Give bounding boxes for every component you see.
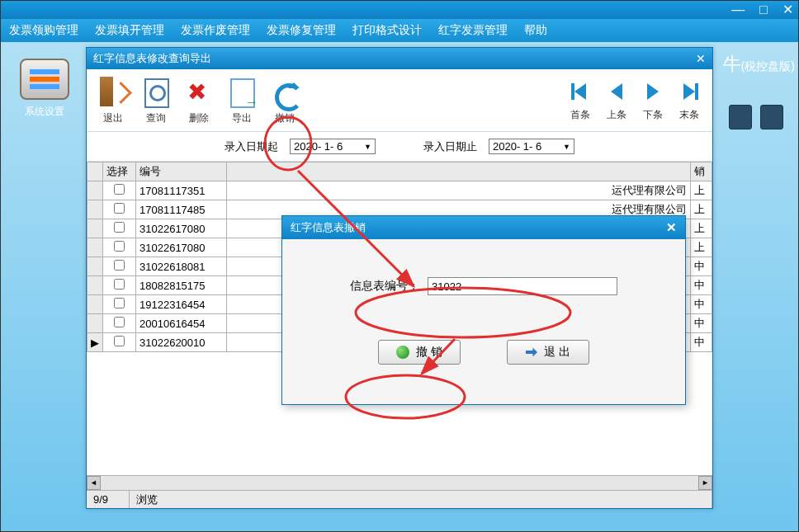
last-button[interactable]: 末条 [671,78,707,122]
cell-select[interactable] [103,238,136,257]
globe-icon [396,346,409,359]
table-row[interactable]: 17081117351运代理有限公司上 [87,181,712,200]
scroll-left-button[interactable]: ◄ [87,476,101,490]
confirm-revoke-button[interactable]: 撤 销 [378,340,461,365]
col-sell: 销 [691,162,712,181]
cell-code: 18082815175 [136,276,227,295]
cell-code: 31022617080 [136,219,227,238]
col-code: 编号 [136,162,227,181]
cell-r: 中 [691,257,712,276]
chevron-down-icon: ▼ [563,143,570,151]
row-checkbox[interactable] [114,260,125,271]
dialog-title-bar: 红字信息表撤销 ✕ [282,216,685,239]
maximize-button[interactable]: □ [759,3,768,16]
cell-code: 17081117351 [136,181,227,200]
first-button[interactable]: 首条 [562,78,598,122]
filter-row: 录入日期起 2020- 1- 6▼ 录入日期止 2020- 1- 6▼ [87,132,712,162]
menu-item[interactable]: 发票填开管理 [95,23,164,38]
menu-item[interactable]: 发票领购管理 [9,23,78,38]
cell-select[interactable] [103,181,136,200]
date-to-label: 录入日期止 [423,139,477,154]
revoke-dialog: 红字信息表撤销 ✕ 信息表编号： 撤 销 退 出 [281,215,686,405]
cell-select[interactable] [103,333,136,352]
menu-item[interactable]: 发票作废管理 [181,23,250,38]
row-header [87,295,103,314]
row-header [87,314,103,333]
settings-icon[interactable] [20,59,69,100]
chevron-down-icon: ▼ [364,143,371,151]
scroll-right-button[interactable]: ► [698,476,712,490]
row-checkbox[interactable] [114,279,125,290]
h-scrollbar[interactable]: ◄ ► [87,475,712,490]
edition-label: 牛(税控盘版) [723,52,795,77]
exit-button[interactable]: 退出 [92,75,135,125]
dialog-close-button[interactable]: ✕ [666,220,677,235]
prev-button[interactable]: 上条 [598,78,635,122]
cell-r: 上 [691,200,712,219]
main-menu: 发票领购管理 发票填开管理 发票作废管理 发票修复管理 打印格式设计 红字发票管… [1,19,798,42]
minimize-button[interactable]: — [731,3,745,16]
close-button[interactable]: ✕ [782,3,793,16]
cell-r: 中 [691,276,712,295]
col-company [227,162,691,181]
undo-icon [270,75,300,108]
prev-icon [611,83,622,100]
cell-code: 31022620010 [136,333,227,352]
right-tool-icons [729,105,783,129]
menu-item[interactable]: 帮助 [524,23,547,38]
row-checkbox[interactable] [114,184,125,195]
code-input[interactable] [428,277,617,295]
cell-select[interactable] [103,276,136,295]
cell-select[interactable] [103,314,136,333]
export-button[interactable]: 导出 [220,75,263,125]
inner-title-text: 红字信息表修改查询导出 [93,51,211,66]
date-from-label: 录入日期起 [225,139,278,154]
menu-item[interactable]: 发票修复管理 [267,23,336,38]
cell-code: 20010616454 [136,314,227,333]
cell-select[interactable] [103,200,136,219]
cell-r: 上 [691,181,712,200]
inner-title-bar: 红字信息表修改查询导出 ✕ [87,48,712,69]
row-header [87,257,103,276]
status-mode: 浏览 [130,491,712,508]
tool-icon[interactable] [760,105,783,129]
row-checkbox[interactable] [114,203,125,214]
delete-button[interactable]: 删除 [177,75,220,125]
cell-r: 中 [691,314,712,333]
exit-arrow-icon [526,346,537,358]
cell-select[interactable] [103,257,136,276]
row-checkbox[interactable] [114,317,125,327]
dialog-exit-button[interactable]: 退 出 [507,340,589,365]
cell-select[interactable] [103,219,136,238]
cell-code: 19122316454 [136,295,227,314]
revoke-button[interactable]: 撤销 [263,75,306,125]
cell-code: 17081117485 [136,200,227,219]
row-header [87,238,103,257]
menu-item[interactable]: 打印格式设计 [352,23,422,38]
row-header [87,200,103,219]
cell-r: 上 [691,238,712,257]
row-checkbox[interactable] [114,222,125,233]
next-icon [647,83,659,100]
status-bar: 9/9 浏览 [87,490,712,508]
delete-icon [184,75,214,108]
status-position: 9/9 [87,491,130,508]
cell-company: 运代理有限公司 [227,181,691,200]
first-icon [574,83,586,100]
next-button[interactable]: 下条 [635,78,671,122]
search-button[interactable]: 查询 [135,75,177,125]
tool-icon[interactable] [729,105,752,129]
toolbar: 退出 查询 删除 导出 撤销 首条 上条 下条 末条 [87,69,712,132]
cell-r: 中 [691,333,712,352]
side-panel: 系统设置 [12,59,77,119]
dialog-title-text: 红字信息表撤销 [291,220,366,235]
date-from-dropdown[interactable]: 2020- 1- 6▼ [290,139,376,154]
row-checkbox[interactable] [114,298,125,308]
row-checkbox[interactable] [114,336,125,346]
row-checkbox[interactable] [114,241,125,252]
menu-item[interactable]: 红字发票管理 [438,23,508,38]
inner-close-button[interactable]: ✕ [696,52,706,65]
cell-select[interactable] [103,295,136,314]
cell-code: 31022617080 [136,238,227,257]
date-to-dropdown[interactable]: 2020- 1- 6▼ [489,139,574,154]
